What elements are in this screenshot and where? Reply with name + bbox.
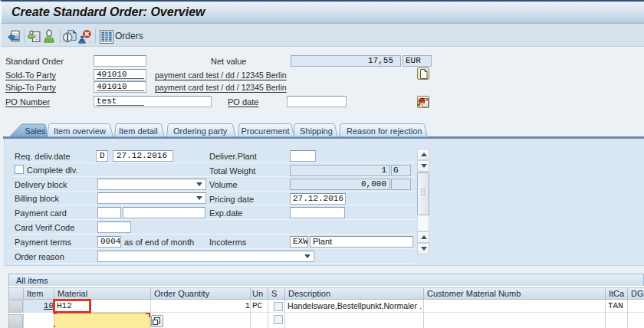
- svg-text:Reason for rejection: Reason for rejection: [347, 126, 422, 136]
- svg-text:Sales: Sales: [25, 126, 46, 136]
- svg-text:Shipping: Shipping: [300, 126, 333, 136]
- svg-text:Ordering party: Ordering party: [173, 126, 228, 136]
- svg-text:Item detail: Item detail: [119, 126, 158, 136]
- svg-text:Procurement: Procurement: [242, 126, 290, 136]
- svg-text:Item overview: Item overview: [54, 126, 106, 136]
